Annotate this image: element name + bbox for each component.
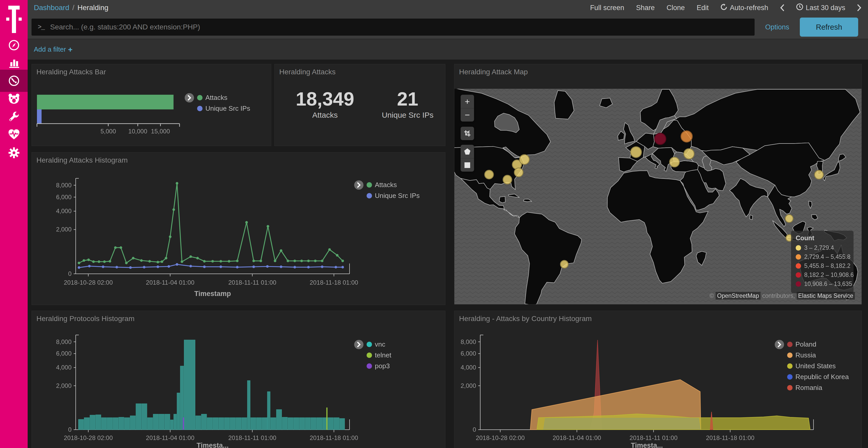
legend-item[interactable]: 5,455.8 – 8,182.2 (796, 263, 849, 269)
legend-item[interactable]: Romania (787, 384, 849, 392)
refresh-cycle-icon (720, 4, 727, 12)
legend-toggle-chevron-icon[interactable] (775, 340, 784, 349)
attacks-histogram-canvas[interactable] (32, 152, 445, 305)
legend-item[interactable]: pop3 (367, 362, 392, 370)
panel-heralding-attacks-histogram: Heralding Attacks Histogram Attacks Uniq… (32, 152, 445, 305)
legend-dot (367, 364, 372, 369)
map-zoom-controls: + − (461, 95, 474, 122)
legend-item[interactable]: 10,908.6 – 13,635 (796, 280, 849, 287)
legend-item[interactable]: Russia (787, 351, 849, 359)
legend-item[interactable]: telnet (367, 351, 392, 359)
clone-button[interactable]: Clone (666, 4, 685, 12)
legend-item[interactable]: 3 – 2,729.4 (796, 244, 849, 251)
legend-dot (796, 254, 801, 260)
panel-title: Heralding Attacks (279, 68, 336, 76)
legend-dot (796, 263, 801, 269)
top-menu: Full screen Share Clone Edit Auto-refres… (590, 3, 861, 12)
sidebar-item-discover[interactable] (0, 36, 28, 54)
legend-item[interactable]: Republic of Korea (787, 373, 849, 381)
terminal-prompt-icon: >_ (38, 24, 44, 31)
legend-item[interactable]: Poland (787, 340, 849, 348)
sidebar-item-tpot[interactable] (0, 90, 28, 108)
panel-title: Heralding Protocols Histogram (36, 315, 134, 323)
breadcrumb-separator: / (72, 4, 74, 12)
time-range-forward-button[interactable] (857, 4, 861, 11)
app-sidebar (0, 0, 28, 448)
legend-dot (367, 182, 372, 187)
metric-values: 18,349 Attacks 21 Unique Src IPs (275, 89, 445, 119)
telekom-logo[interactable] (0, 4, 28, 35)
legend-dot (796, 272, 801, 278)
map-draw-controls (461, 145, 474, 172)
panel-title: Heralding Attacks Bar (36, 68, 106, 76)
panel-title: Heralding Attack Map (459, 68, 528, 76)
breadcrumb-current: Heralding (78, 4, 108, 12)
elastic-maps-service-link[interactable]: Elastic Maps Service (797, 292, 855, 300)
legend-item[interactable]: 8,182.2 – 10,908.6 (796, 272, 849, 278)
crop-icon[interactable] (461, 127, 474, 140)
legend-dot (787, 374, 793, 380)
legend-dot (367, 352, 372, 358)
search-options-link[interactable]: Options (754, 23, 800, 31)
time-range-picker[interactable]: Last 30 days (796, 3, 845, 12)
legend-item[interactable]: Attacks (367, 181, 420, 189)
chart-legend: Attacks Unique Src IPs (354, 180, 420, 200)
time-range-back-button[interactable] (780, 4, 784, 11)
legend-dot (787, 342, 793, 347)
legend-toggle-chevron-icon[interactable] (354, 180, 364, 190)
legend-toggle-chevron-icon[interactable] (185, 93, 194, 102)
draw-rectangle-button[interactable] (461, 158, 474, 172)
edit-button[interactable]: Edit (697, 4, 709, 12)
zoom-out-button[interactable]: − (461, 108, 474, 122)
kibana-dashboard: Dashboard / Heralding Full screen Share … (0, 0, 868, 448)
full-screen-button[interactable]: Full screen (590, 4, 624, 12)
panel-heralding-attack-map: Heralding Attack Map + − Count 3 – 2,729… (454, 64, 862, 305)
zoom-in-button[interactable]: + (461, 95, 474, 108)
legend-dot (197, 95, 203, 100)
legend-item[interactable]: United States (787, 362, 849, 370)
protocols-histogram-canvas[interactable] (32, 311, 445, 448)
bar-chart-icon (8, 57, 20, 68)
chart-legend: vnc telnet pop3 (354, 340, 392, 370)
panel-title: Heralding Attacks Histogram (36, 156, 128, 164)
refresh-button[interactable]: Refresh (800, 18, 858, 37)
legend-item[interactable]: Unique Src IPs (367, 192, 420, 200)
draw-polygon-button[interactable] (461, 145, 474, 158)
search-row: >_ Options Refresh (28, 15, 868, 39)
sidebar-item-dashboard[interactable] (0, 70, 28, 92)
legend-toggle-chevron-icon[interactable] (354, 340, 364, 349)
auto-refresh-button[interactable]: Auto-refresh (720, 4, 768, 12)
map-count-legend: Count 3 – 2,729.4 2,729.4 – 5,455.8 5,45… (791, 231, 854, 293)
legend-dot (796, 281, 801, 287)
map-attribution: © OpenStreetMap contributors, Elastic Ma… (709, 292, 855, 299)
panel-heralding-attacks-bar: Heralding Attacks Bar Attacks Unique Src… (32, 64, 271, 146)
sidebar-item-management[interactable] (0, 144, 28, 162)
filter-bar: Add a filter + (28, 39, 868, 60)
legend-item[interactable]: Attacks (197, 94, 250, 102)
sidebar-item-devtools[interactable] (0, 108, 28, 126)
metric-attacks: 18,349 Attacks (275, 89, 375, 119)
chart-legend: Attacks Unique Src IPs (185, 93, 250, 112)
bear-icon (8, 94, 20, 104)
metric-unique-src-ips: 21 Unique Src IPs (375, 89, 440, 119)
legend-item[interactable]: vnc (367, 340, 392, 348)
share-button[interactable]: Share (636, 4, 655, 12)
legend-dot (367, 342, 372, 347)
legend-dot (787, 352, 793, 358)
panel-title: Heralding - Attacks by Country Histogram (459, 315, 592, 323)
openstreetmap-link[interactable]: OpenStreetMap (716, 292, 761, 300)
sidebar-item-monitoring[interactable] (0, 126, 28, 143)
legend-item[interactable]: Unique Src IPs (197, 105, 250, 112)
search-input[interactable] (50, 23, 748, 32)
wrench-icon (8, 111, 20, 123)
legend-dot (787, 385, 793, 390)
legend-dot (787, 364, 793, 369)
legend-item[interactable]: 2,729.4 – 5,455.8 (796, 253, 849, 261)
search-box: >_ (32, 19, 754, 36)
breadcrumb-dashboard-link[interactable]: Dashboard (34, 4, 69, 12)
sidebar-item-visualize[interactable] (0, 54, 28, 72)
compass-icon (8, 39, 20, 51)
add-filter-button[interactable]: Add a filter + (34, 45, 72, 54)
panel-heralding-protocols-histogram: Heralding Protocols Histogram vnc telnet… (32, 311, 445, 448)
heartbeat-icon (8, 129, 20, 140)
